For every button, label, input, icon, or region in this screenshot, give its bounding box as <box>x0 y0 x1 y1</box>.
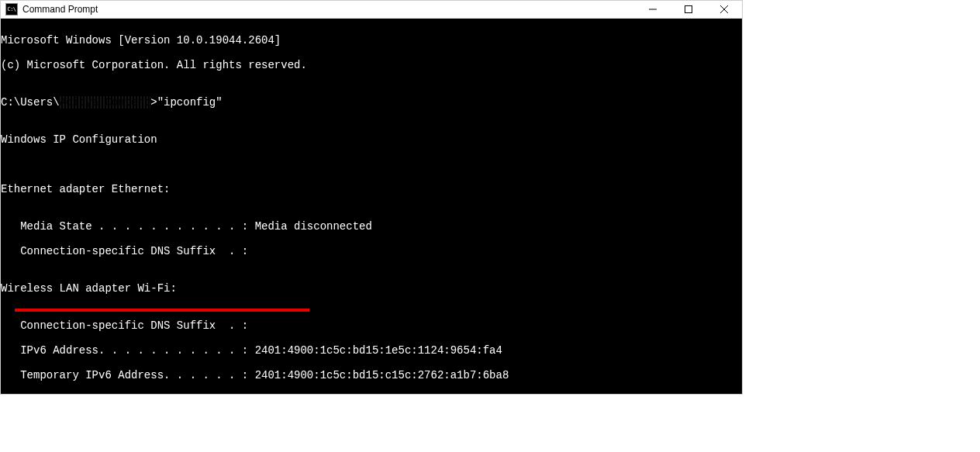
adapter-header: Ethernet adapter Ethernet: <box>1 183 742 195</box>
redacted-user: Aditya Content <box>60 96 151 109</box>
output-line: Microsoft Windows [Version 10.0.19044.26… <box>1 34 742 47</box>
window-controls <box>635 1 742 18</box>
maximize-button[interactable] <box>671 1 706 18</box>
minimize-button[interactable] <box>635 1 671 18</box>
adapter-header: Wireless LAN adapter Wi-Fi: <box>1 282 742 295</box>
terminal-output[interactable]: Microsoft Windows [Version 10.0.19044.26… <box>1 19 742 394</box>
prompt-cmd: >"ipconfig" <box>150 96 222 109</box>
output-line: IPv6 Address. . . . . . . . . . . : 2401… <box>1 344 742 357</box>
close-button[interactable] <box>706 1 742 18</box>
titlebar[interactable]: C:\ Command Prompt <box>1 1 742 19</box>
output-line: Connection-specific DNS Suffix . : <box>1 319 742 332</box>
cmd-icon-glyph: C:\ <box>7 7 16 12</box>
output-line: Media State . . . . . . . . . . . : Medi… <box>1 220 742 233</box>
highlight-underline <box>15 309 309 312</box>
prompt-line: C:\Users\Aditya Content>"ipconfig" <box>1 96 742 109</box>
command-prompt-window: C:\ Command Prompt Microsoft Windows [Ve… <box>0 0 743 395</box>
cmd-icon: C:\ <box>5 3 18 16</box>
output-line: Temporary IPv6 Address. . . . . . : 2401… <box>1 369 742 381</box>
output-line: Connection-specific DNS Suffix . : <box>1 245 742 257</box>
output-line: (c) Microsoft Corporation. All rights re… <box>1 59 742 71</box>
svg-rect-1 <box>685 6 692 13</box>
window-title: Command Prompt <box>22 4 635 15</box>
output-line: Windows IP Configuration <box>1 133 742 146</box>
prompt-path: C:\Users\ <box>1 96 60 109</box>
